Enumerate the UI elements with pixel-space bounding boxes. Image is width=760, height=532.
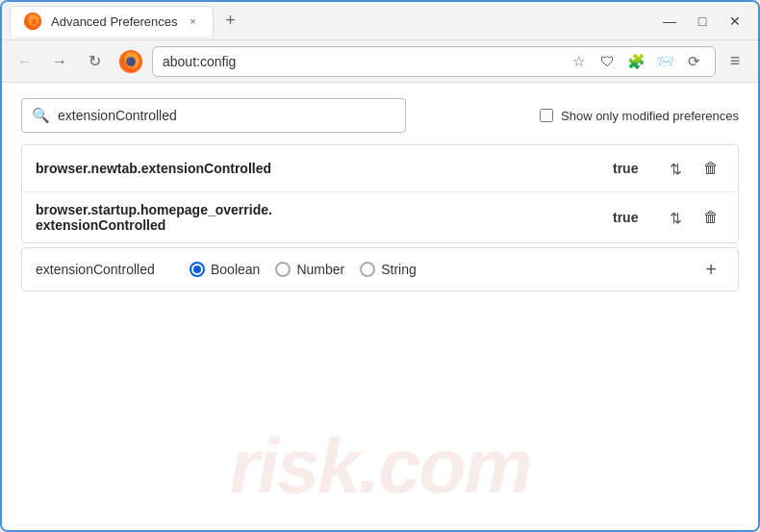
radio-label-string: String: [381, 262, 417, 277]
modified-preferences-filter: Show only modified preferences: [540, 109, 739, 123]
radio-string[interactable]: String: [360, 262, 417, 277]
search-row: 🔍 Show only modified preferences: [21, 98, 739, 133]
firefox-logo-icon: [117, 48, 144, 75]
toggle-button-1[interactable]: ⇄: [663, 155, 690, 182]
radio-circle-string: [360, 262, 375, 277]
toggle-button-2[interactable]: ⇄: [663, 204, 690, 231]
new-tab-button[interactable]: +: [217, 8, 244, 35]
delete-button-1[interactable]: 🗑: [697, 155, 724, 182]
address-bar[interactable]: about:config ☆ 🛡 🧩 📨 ⟳: [152, 46, 716, 77]
table-row: browser.newtab.extensionControlled true …: [22, 145, 738, 192]
back-button[interactable]: ←: [10, 46, 40, 77]
pref-value-2: true: [613, 210, 651, 225]
delete-button-2[interactable]: 🗑: [697, 204, 724, 231]
address-bar-icons: ☆ 🛡 🧩 📨 ⟳: [567, 50, 705, 73]
maximize-button[interactable]: □: [687, 6, 718, 37]
tab-label: Advanced Preferences: [51, 14, 178, 29]
row-actions-1: ⇄ 🗑: [663, 155, 724, 182]
show-modified-label: Show only modified preferences: [561, 109, 739, 123]
extension-icon[interactable]: 🧩: [624, 50, 647, 73]
add-pref-button[interactable]: +: [697, 256, 724, 283]
type-radio-group: Boolean Number String: [190, 262, 417, 277]
minimize-button[interactable]: —: [654, 6, 685, 37]
address-text: about:config: [163, 54, 236, 69]
radio-label-number: Number: [296, 262, 344, 277]
page-content: risk.com 🔍 Show only modified preference…: [2, 83, 758, 530]
trash-icon: 🗑: [703, 209, 719, 226]
radio-circle-boolean: [190, 262, 205, 277]
search-icon: 🔍: [32, 107, 50, 124]
nav-bar: ← → ↻ about:config ☆ 🛡 🧩 📨 ⟳ ≡: [2, 40, 758, 83]
firefox-tab-icon: [22, 11, 43, 32]
svg-point-2: [126, 57, 136, 66]
arrows-icon: ⇄: [668, 163, 686, 175]
shield-icon[interactable]: 🛡: [595, 50, 619, 73]
radio-number[interactable]: Number: [275, 262, 344, 277]
reload-button[interactable]: ↻: [79, 46, 110, 77]
tab-close-button[interactable]: ×: [186, 13, 201, 29]
window-controls: — □ ✕: [654, 6, 750, 37]
results-table: browser.newtab.extensionControlled true …: [21, 144, 739, 243]
new-pref-name: extensionControlled: [36, 262, 170, 277]
radio-circle-number: [275, 262, 291, 277]
share-icon[interactable]: 📨: [653, 50, 676, 73]
search-box: 🔍: [21, 98, 406, 133]
close-button[interactable]: ✕: [720, 6, 750, 37]
pref-value-1: true: [613, 161, 651, 176]
watermark: risk.com: [229, 422, 530, 511]
forward-button[interactable]: →: [44, 46, 75, 77]
show-modified-checkbox[interactable]: [540, 109, 553, 122]
trash-icon: 🗑: [703, 160, 719, 177]
radio-inner-boolean: [193, 266, 201, 273]
table-row: browser.startup.homepage_override. exten…: [22, 192, 738, 242]
row-actions-2: ⇄ 🗑: [663, 204, 724, 231]
sync-icon[interactable]: ⟳: [682, 50, 705, 73]
search-input[interactable]: [58, 108, 395, 123]
pref-name-1: browser.newtab.extensionControlled: [36, 161, 601, 176]
bookmark-icon[interactable]: ☆: [567, 50, 590, 73]
radio-label-boolean: Boolean: [211, 262, 260, 277]
arrows-icon: ⇄: [668, 212, 686, 224]
pref-name-2: browser.startup.homepage_override. exten…: [36, 202, 601, 233]
radio-boolean[interactable]: Boolean: [190, 262, 260, 277]
add-preference-row: extensionControlled Boolean Number Strin…: [21, 247, 739, 291]
hamburger-menu-button[interactable]: ≡: [720, 46, 750, 77]
browser-tab[interactable]: Advanced Preferences ×: [10, 6, 214, 37]
title-bar: Advanced Preferences × + — □ ✕: [2, 2, 758, 40]
browser-window: Advanced Preferences × + — □ ✕ ← → ↻ abo…: [0, 0, 760, 532]
